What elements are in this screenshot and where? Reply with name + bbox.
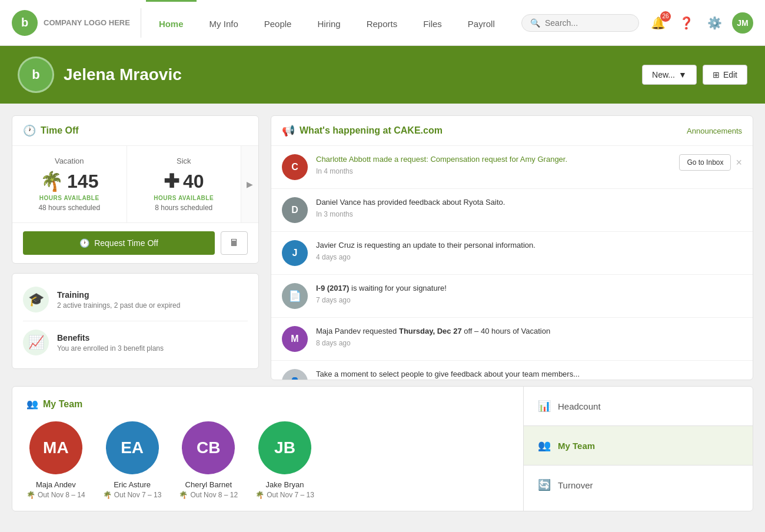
- logo-area[interactable]: b COMPANY LOGO HERE: [12, 10, 130, 36]
- bar-chart-icon: 📊: [538, 400, 551, 413]
- nav-item-myinfo[interactable]: My Info: [197, 0, 251, 46]
- sick-type: Sick: [138, 157, 231, 165]
- team-member[interactable]: MA Maja Andev 🌴 Out Nov 8 – 14: [26, 421, 85, 499]
- sidebar-item-headcount[interactable]: 📊 Headcount: [524, 387, 753, 426]
- benefits-title: Benefits: [57, 333, 164, 343]
- request-icon: 🕐: [79, 238, 89, 248]
- settings-btn[interactable]: ⚙️: [704, 12, 725, 34]
- wh-actions: Go to Inbox ×: [679, 154, 742, 171]
- info-card: 🎓 Training 2 active trainings, 2 past du…: [12, 273, 259, 369]
- vacation-scheduled: 48 hours scheduled: [23, 204, 116, 212]
- nav-item-hiring[interactable]: Hiring: [304, 0, 353, 46]
- calculator-button[interactable]: 🖩: [221, 231, 248, 255]
- member-status: 🌴 Out Nov 8 – 12: [179, 491, 238, 499]
- training-item[interactable]: 🎓 Training 2 active trainings, 2 past du…: [23, 278, 248, 321]
- member-status: 🌴 Out Nov 7 – 13: [255, 491, 314, 499]
- main-content: 🕐 Time Off Vacation 🌴 145 HOURS AVAILABL…: [0, 104, 765, 386]
- question-icon: ❓: [679, 16, 694, 30]
- sidebar-item-myteam[interactable]: 👥 My Team: [524, 426, 753, 466]
- wh-time: 4 days ago: [316, 253, 742, 261]
- go-to-inbox-button[interactable]: Go to Inbox: [679, 154, 731, 171]
- nav-item-home[interactable]: Home: [146, 0, 197, 46]
- member-name: Jake Bryan: [255, 480, 314, 489]
- announcements-link[interactable]: Announcements: [687, 127, 742, 135]
- people-icon: 👥: [538, 439, 551, 452]
- vacation-hours: 🌴 145: [23, 170, 116, 192]
- gear-icon: ⚙️: [707, 16, 722, 30]
- nav-item-files[interactable]: Files: [410, 0, 455, 46]
- member-name: Cheryl Barnet: [179, 480, 238, 489]
- right-panel: 📢 What's happening at CAKE.com Announcem…: [271, 115, 753, 380]
- my-team-panel: 👥 My Team MA Maja Andev 🌴 Out Nov 8 – 14…: [12, 387, 523, 511]
- team-members: MA Maja Andev 🌴 Out Nov 8 – 14 EA Eric A…: [26, 421, 509, 499]
- wh-item: J Javier Cruz is requesting an update to…: [271, 232, 753, 275]
- team-member[interactable]: EA Eric Asture 🌴 Out Nov 7 – 13: [103, 421, 162, 499]
- sick-hours: ✚ 40: [138, 170, 231, 192]
- time-off-card: 🕐 Time Off Vacation 🌴 145 HOURS AVAILABL…: [12, 115, 259, 264]
- wh-text: I-9 (2017) is waiting for your signature…: [316, 283, 742, 294]
- wh-text: Take a moment to select people to give f…: [316, 369, 742, 380]
- profile-actions: New... ▼ ⊞ Edit: [642, 65, 747, 85]
- notification-badge: 26: [660, 11, 671, 22]
- profile-header: b Jelena Mraovic New... ▼ ⊞ Edit: [0, 46, 765, 104]
- nav-item-payroll[interactable]: Payroll: [455, 0, 508, 46]
- wh-time: 7 days ago: [316, 296, 742, 304]
- team-member[interactable]: CB Cheryl Barnet 🌴 Out Nov 8 – 12: [179, 421, 238, 499]
- clock-icon: 🕐: [23, 124, 36, 137]
- wh-item: 👤 Take a moment to select people to give…: [271, 361, 753, 380]
- vacation-type: Vacation: [23, 157, 116, 165]
- vacation-col: Vacation 🌴 145 HOURS AVAILABLE 48 hours …: [12, 146, 127, 222]
- avatar: D: [282, 197, 308, 223]
- bottom-section: 👥 My Team MA Maja Andev 🌴 Out Nov 8 – 14…: [12, 386, 753, 511]
- member-avatar: JB: [258, 421, 311, 474]
- whats-happening-card: 📢 What's happening at CAKE.com Announcem…: [271, 115, 753, 380]
- nav-item-reports[interactable]: Reports: [354, 0, 411, 46]
- wh-list: C Charlotte Abbott made a request: Compe…: [271, 146, 753, 380]
- wh-header: 📢 What's happening at CAKE.com Announcem…: [271, 116, 753, 146]
- wh-item: M Maja Pandev requested Thursday, Dec 27…: [271, 318, 753, 361]
- request-time-off-button[interactable]: 🕐 Request Time Off: [23, 231, 215, 255]
- benefits-subtitle: You are enrolled in 3 benefit plans: [57, 344, 164, 353]
- palm-tree-icon: 🌴: [179, 491, 188, 499]
- benefits-item[interactable]: 📈 Benefits You are enrolled in 3 benefit…: [23, 321, 248, 364]
- nav-divider: [141, 8, 141, 38]
- top-nav: b COMPANY LOGO HERE Home My Info People …: [0, 0, 765, 46]
- team-icon: 👥: [26, 398, 38, 410]
- member-avatar: CB: [182, 421, 235, 474]
- wh-item: 📄 I-9 (2017) is waiting for your signatu…: [271, 275, 753, 318]
- chevron-down-icon: ▼: [678, 70, 687, 79]
- help-btn[interactable]: ❓: [676, 12, 697, 34]
- wh-title: 📢 What's happening at CAKE.com: [282, 124, 443, 137]
- grid-icon: ⊞: [713, 70, 720, 79]
- avatar: 📄: [282, 283, 308, 309]
- vacation-hours-label: HOURS AVAILABLE: [23, 195, 116, 201]
- wh-item: D Daniel Vance has provided feedback abo…: [271, 189, 753, 232]
- member-name: Maja Andev: [26, 480, 85, 489]
- training-text: Training 2 active trainings, 2 past due …: [57, 290, 180, 310]
- profile-left: b Jelena Mraovic: [18, 56, 182, 93]
- member-name: Eric Asture: [103, 480, 162, 489]
- nav-items: Home My Info People Hiring Reports Files…: [146, 0, 508, 46]
- nav-item-people[interactable]: People: [251, 0, 305, 46]
- wh-link[interactable]: Charlotte Abbott made a request: Compens…: [316, 155, 567, 164]
- close-icon[interactable]: ×: [736, 157, 742, 168]
- edit-button[interactable]: ⊞ Edit: [703, 65, 747, 85]
- time-off-arrow[interactable]: ▶: [241, 146, 258, 222]
- member-avatar: EA: [106, 421, 159, 474]
- team-member[interactable]: JB Jake Bryan 🌴 Out Nov 7 – 13: [255, 421, 314, 499]
- search-area[interactable]: 🔍: [521, 14, 639, 32]
- right-sidebar: 📊 Headcount 👥 My Team 🔄 Turnover: [523, 387, 753, 511]
- profile-name: Jelena Mraovic: [64, 65, 182, 84]
- user-avatar-btn[interactable]: JM: [732, 12, 753, 34]
- search-input[interactable]: [545, 18, 627, 28]
- sick-scheduled: 8 hours scheduled: [138, 204, 231, 212]
- member-status: 🌴 Out Nov 7 – 13: [103, 491, 162, 499]
- company-name: COMPANY LOGO HERE: [44, 18, 130, 27]
- wh-content: Take a moment to select people to give f…: [316, 369, 742, 380]
- sidebar-item-turnover[interactable]: 🔄 Turnover: [524, 466, 753, 504]
- member-avatar: MA: [29, 421, 82, 474]
- new-button[interactable]: New... ▼: [642, 65, 697, 85]
- nav-right: 🔔 26 ❓ ⚙️ JM: [647, 12, 753, 34]
- notification-btn[interactable]: 🔔 26: [647, 12, 668, 34]
- time-off-header: 🕐 Time Off: [12, 116, 258, 146]
